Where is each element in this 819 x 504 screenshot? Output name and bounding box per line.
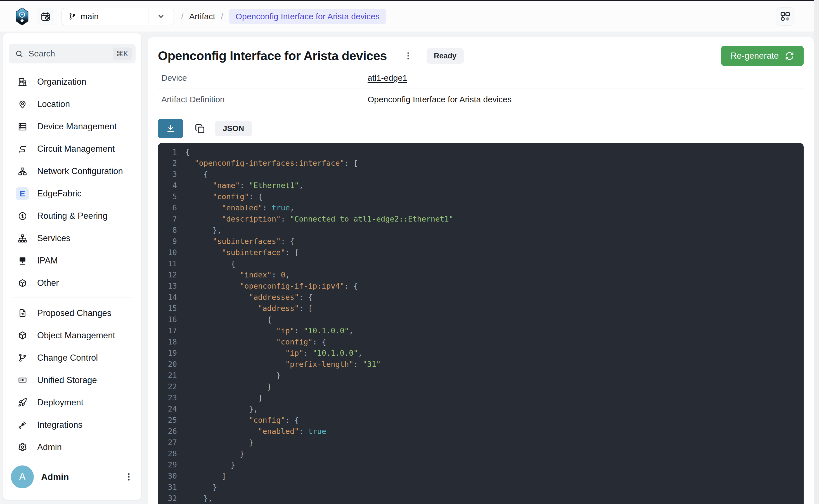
sidebar-divider <box>11 298 133 298</box>
line-number: 31 <box>158 482 177 493</box>
field-value-link[interactable]: atl1-edge1 <box>367 73 407 83</box>
sidebar-item-organization[interactable]: Organization <box>9 71 136 93</box>
workflow-icon <box>780 11 791 22</box>
rocket-icon <box>16 396 29 409</box>
code-text: "openconfig-if-ip:ipv4": { <box>177 280 358 292</box>
breadcrumb-item-artifact[interactable]: Artifact <box>189 12 215 21</box>
sidebar-item-unified-storage[interactable]: Unified Storage <box>9 369 136 391</box>
sidebar-item-object-management[interactable]: Object Management <box>9 324 136 347</box>
sidebar-item-label: Integrations <box>37 420 82 430</box>
code-text: "ip": "10.1.0.0", <box>177 348 362 359</box>
sidebar-item-proposed-changes[interactable]: Proposed Changes <box>9 302 136 324</box>
code-line: 23 ] <box>158 392 804 403</box>
sidebar: Search ⌘K OrganizationLocationDevice Man… <box>3 33 141 500</box>
user-menu[interactable]: A Admin <box>9 465 136 489</box>
user-menu-button[interactable] <box>122 470 136 484</box>
line-number: 25 <box>158 415 177 426</box>
window-top-edge <box>0 0 819 1</box>
code-text: }, <box>177 403 258 415</box>
line-number: 26 <box>158 426 177 437</box>
line-number: 5 <box>158 191 177 202</box>
sidebar-item-admin[interactable]: Admin <box>9 436 136 458</box>
sidebar-item-device-management[interactable]: Device Management <box>9 115 136 138</box>
code-line: 27 } <box>158 437 804 448</box>
page-scrollbar[interactable] <box>814 0 819 504</box>
sidebar-item-label: Network Configuration <box>37 166 123 176</box>
line-number: 3 <box>158 169 177 180</box>
circuit-icon <box>16 142 29 155</box>
workflow-button[interactable] <box>776 7 794 26</box>
sidebar-item-label: Device Management <box>37 122 117 132</box>
code-text: ] <box>177 392 262 403</box>
code-text: "enabled": true, <box>177 202 294 213</box>
code-text: { <box>177 146 190 158</box>
sidebar-item-location[interactable]: Location <box>9 93 136 115</box>
sidebar-item-deployment[interactable]: Deployment <box>9 391 136 414</box>
field-label: Artifact Definition <box>161 95 367 104</box>
svg-text:IP: IP <box>21 258 24 261</box>
code-line: 12 "index": 0, <box>158 269 804 280</box>
sidebar-item-integrations[interactable]: Integrations <box>9 414 136 436</box>
field-row-device: Deviceatl1-edge1 <box>158 67 804 89</box>
code-line: 1{ <box>158 146 804 158</box>
line-number: 23 <box>158 392 177 403</box>
refresh-icon <box>785 51 794 61</box>
line-number: 2 <box>158 158 177 169</box>
artifact-actions-button[interactable] <box>402 50 414 62</box>
code-line: 14 "addresses": { <box>158 292 804 303</box>
code-line: 29 } <box>158 459 804 470</box>
line-number: 7 <box>158 213 177 225</box>
artifact-header: Openconfig Interface for Arista devices … <box>158 46 804 66</box>
sidebar-item-change-control[interactable]: Change Control <box>9 347 136 369</box>
code-line: 4 "name": "Ethernet1", <box>158 180 804 191</box>
sidebar-item-other[interactable]: Other <box>9 272 136 294</box>
search-input[interactable]: Search ⌘K <box>9 44 136 63</box>
download-button[interactable] <box>158 119 183 138</box>
sidebar-item-services[interactable]: Services <box>9 227 136 249</box>
code-line: 19 "ip": "10.1.0.0", <box>158 348 804 359</box>
sidebar-item-ipam[interactable]: IPIPAM <box>9 249 136 272</box>
line-number: 32 <box>158 493 177 504</box>
format-badge: JSON <box>215 121 252 136</box>
sidebar-item-label: Proposed Changes <box>37 308 111 318</box>
breadcrumb-item-openconfig-interface-for-arista-devices[interactable]: Openconfig Interface for Arista devices <box>229 9 386 24</box>
line-number: 28 <box>158 448 177 459</box>
copy-button[interactable] <box>193 121 207 136</box>
code-line: 31 } <box>158 482 804 493</box>
branch-selector[interactable]: main <box>61 8 174 25</box>
branch-selector-current[interactable]: main <box>62 12 148 21</box>
plug-icon <box>16 419 29 431</box>
line-number: 8 <box>158 225 177 236</box>
sidebar-item-circuit-management[interactable]: Circuit Management <box>9 138 136 160</box>
line-number: 21 <box>158 370 177 381</box>
code-line: 22 } <box>158 381 804 392</box>
field-value-link[interactable]: Openconfig Interface for Arista devices <box>367 95 512 104</box>
code-line: 15 "address": [ <box>158 303 804 314</box>
branch-name: main <box>80 12 99 21</box>
sidebar-item-network-configuration[interactable]: Network Configuration <box>9 160 136 182</box>
code-text: "config": { <box>177 415 299 426</box>
date-picker-button[interactable] <box>37 8 54 25</box>
file-diff-icon <box>16 307 29 320</box>
code-line: 26 "enabled": true <box>158 426 804 437</box>
code-line: 3 { <box>158 169 804 180</box>
router-icon <box>16 210 29 222</box>
network-icon <box>16 165 29 178</box>
field-label: Device <box>161 73 367 83</box>
code-line: 25 "config": { <box>158 415 804 426</box>
code-viewer[interactable]: 1{2 "openconfig-interfaces:interface": [… <box>158 143 804 504</box>
app-logo-icon[interactable] <box>16 8 28 25</box>
page-title: Openconfig Interface for Arista devices <box>158 49 387 63</box>
sidebar-item-edgefabric[interactable]: EEdgeFabric <box>9 182 136 205</box>
ipam-icon: IP <box>16 254 29 267</box>
sidebar-item-routing-peering[interactable]: Routing & Peering <box>9 205 136 227</box>
branch-dropdown-toggle[interactable] <box>148 13 174 20</box>
regenerate-button[interactable]: Re-generate <box>721 46 804 66</box>
search-shortcut: ⌘K <box>113 47 132 60</box>
sidebar-item-label: Organization <box>37 77 86 87</box>
code-line: 8 }, <box>158 225 804 236</box>
line-number: 24 <box>158 403 177 415</box>
code-text: } <box>177 482 217 493</box>
code-line: 2 "openconfig-interfaces:interface": [ <box>158 158 804 169</box>
field-row-artifact-definition: Artifact DefinitionOpenconfig Interface … <box>158 89 804 110</box>
